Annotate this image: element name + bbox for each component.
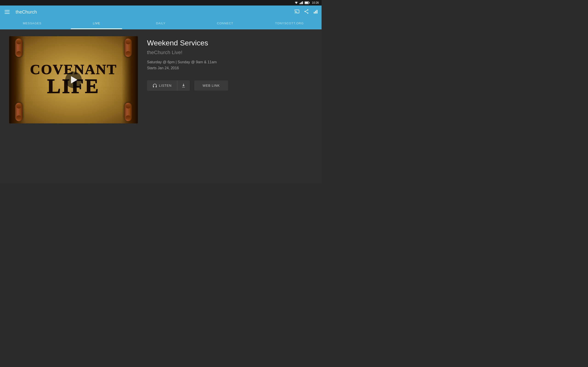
svg-line-10	[305, 10, 307, 11]
service-title: Weekend Services	[147, 39, 312, 47]
main-content: COVENANT LIFE Weekend Services theChurch…	[0, 29, 321, 184]
svg-rect-12	[314, 12, 315, 14]
svg-rect-5	[309, 2, 309, 3]
svg-line-11	[305, 12, 307, 13]
svg-rect-1	[300, 2, 301, 4]
hamburger-line	[5, 12, 10, 12]
service-schedule: Saturday @ 6pm | Sunday @ 9am & 11am Sta…	[147, 59, 312, 71]
church-subtitle: theChurch Live!	[147, 50, 312, 56]
app-title: theChurch	[16, 9, 294, 15]
listen-label: LISTEN	[159, 84, 172, 87]
svg-rect-0	[300, 3, 300, 4]
download-button[interactable]	[177, 80, 190, 91]
time-display: 10:26	[312, 1, 319, 4]
tab-connect[interactable]: CONNECT	[193, 18, 257, 29]
tab-messages[interactable]: MESSAGES	[0, 18, 64, 29]
svg-rect-14	[317, 10, 317, 14]
svg-point-7	[307, 9, 309, 10]
svg-point-8	[304, 11, 306, 12]
toolbar-actions	[294, 9, 318, 15]
cast-icon[interactable]	[294, 9, 300, 15]
headphone-icon	[153, 83, 157, 88]
tab-live[interactable]: LIVE	[64, 18, 129, 29]
toolbar: theChurch	[0, 6, 321, 18]
weblink-button[interactable]: WEB LINK	[194, 81, 228, 91]
action-buttons: LISTEN WEB LINK	[147, 80, 312, 91]
nav-tabs: MESSAGES LIVE DAILY CONNECT TONYSCOTT.OR…	[0, 18, 321, 29]
svg-rect-2	[301, 2, 302, 4]
signal-icon	[300, 1, 303, 4]
play-triangle-icon	[71, 76, 78, 83]
weblink-label: WEB LINK	[203, 84, 220, 87]
tab-daily[interactable]: DAILY	[129, 18, 193, 29]
svg-rect-3	[302, 1, 303, 4]
share-icon[interactable]	[304, 9, 309, 15]
svg-rect-6	[305, 2, 308, 4]
battery-icon	[304, 1, 310, 4]
content-panel: Weekend Services theChurch Live! Saturda…	[147, 36, 312, 177]
tab-tonyscott[interactable]: TONYSCOTT.ORG	[257, 18, 321, 29]
play-button[interactable]	[65, 72, 82, 88]
listen-button-group: LISTEN	[147, 80, 190, 91]
status-bar: 10:26	[0, 0, 321, 6]
analytics-icon[interactable]	[313, 9, 318, 15]
svg-point-9	[307, 12, 309, 14]
schedule-line2: Starts Jan 24, 2016	[147, 65, 312, 71]
wifi-icon	[294, 1, 298, 4]
svg-rect-13	[315, 11, 316, 14]
video-thumbnail[interactable]: COVENANT LIFE	[9, 36, 138, 123]
schedule-line1: Saturday @ 6pm | Sunday @ 9am & 11am	[147, 59, 312, 65]
listen-button[interactable]: LISTEN	[147, 80, 177, 91]
hamburger-line	[5, 10, 10, 10]
menu-button[interactable]	[4, 8, 12, 16]
hamburger-line	[5, 13, 10, 14]
download-icon	[182, 83, 186, 88]
